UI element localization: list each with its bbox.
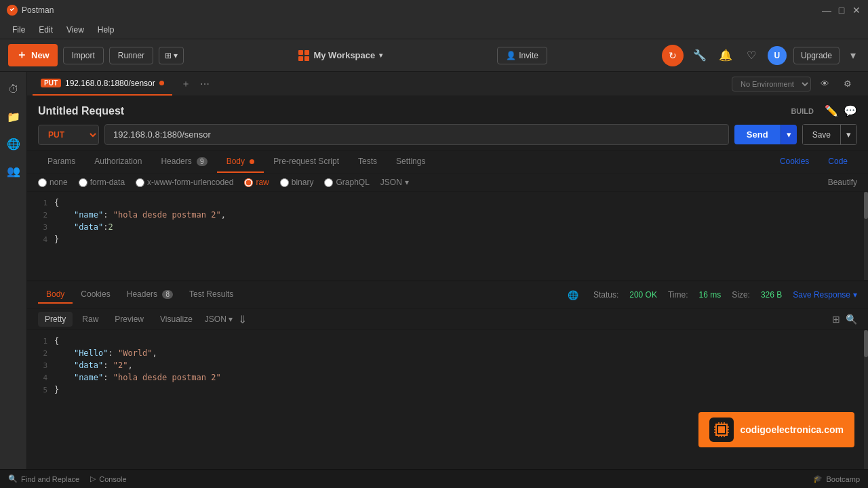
sidebar-history-icon[interactable]: ⏱	[1, 77, 26, 102]
globe-icon-button[interactable]: 🌐	[564, 285, 583, 304]
sidebar-environments-icon[interactable]: 🌐	[1, 131, 26, 156]
tab-body[interactable]: Body	[217, 151, 264, 173]
bootcamp-button[interactable]: 🎓 Bootcamp	[813, 474, 860, 483]
tab-settings[interactable]: Settings	[387, 151, 435, 173]
send-button[interactable]: Send	[734, 125, 781, 144]
resp-line-4: 4 "name": "hola desde postman 2"	[27, 372, 868, 384]
request-tab[interactable]: PUT 192.168.0.8:1880/sensor	[33, 72, 172, 96]
console-button[interactable]: ▷ Console	[90, 474, 126, 483]
option-urlencoded[interactable]: x-www-form-urlencoded	[136, 178, 233, 187]
workspace-selector[interactable]: My Workspace ▾	[298, 50, 382, 61]
resp-filter-button[interactable]: ⇓	[238, 313, 247, 326]
bootcamp-icon: 🎓	[813, 474, 823, 483]
tab-prerequest[interactable]: Pre-request Script	[264, 151, 349, 173]
menu-edit[interactable]: Edit	[33, 24, 58, 36]
tab-code[interactable]: Code	[818, 151, 857, 173]
save-dropdown-button[interactable]: ▾	[841, 124, 857, 145]
option-raw[interactable]: raw	[244, 178, 269, 187]
save-response-button[interactable]: Save Response ▾	[793, 290, 857, 300]
resp-subtab-pretty[interactable]: Pretty	[38, 312, 73, 327]
runner-button[interactable]: Runner	[109, 47, 153, 64]
eye-icon-button[interactable]: 👁	[815, 75, 834, 94]
edit-icon-button[interactable]: ✏️	[825, 104, 838, 117]
tab-authorization[interactable]: Authorization	[85, 151, 151, 173]
more-tabs-button[interactable]: ⋯	[197, 76, 213, 92]
menu-file[interactable]: File	[7, 24, 31, 36]
beautify-button[interactable]: Beautify	[828, 178, 857, 187]
heart-button[interactable]: ♡	[742, 46, 761, 65]
resp-copy-button[interactable]: ⊞	[832, 314, 840, 325]
resp-tab-test-results[interactable]: Test Results	[181, 286, 241, 304]
resp-search-button[interactable]: 🔍	[846, 314, 857, 325]
environment-selector[interactable]: No Environment	[732, 77, 811, 92]
window-controls[interactable]: — □ ✕	[822, 5, 861, 15]
svg-rect-2	[718, 426, 725, 433]
editor-scrollbar[interactable]	[864, 192, 868, 280]
send-dropdown-button[interactable]: ▾	[781, 125, 797, 144]
new-button[interactable]: ＋ New	[8, 44, 58, 66]
save-response-chevron: ▾	[853, 290, 857, 300]
close-button[interactable]: ✕	[852, 5, 861, 15]
notification-button[interactable]: 🔔	[716, 46, 735, 65]
maximize-button[interactable]: □	[837, 5, 846, 15]
titlebar: Postman — □ ✕	[0, 0, 868, 20]
console-icon: ▷	[90, 474, 96, 483]
sidebar-collections-icon[interactable]: 📁	[1, 104, 26, 129]
tab-tests[interactable]: Tests	[349, 151, 387, 173]
resp-tab-headers[interactable]: Headers 8	[119, 286, 181, 304]
option-binary[interactable]: binary	[280, 178, 314, 187]
menu-help[interactable]: Help	[92, 24, 120, 36]
postman-logo	[7, 5, 18, 16]
import-button[interactable]: Import	[63, 47, 104, 64]
resp-format-selector[interactable]: JSON ▾	[205, 314, 233, 324]
comment-icon-button[interactable]: 💬	[844, 104, 857, 117]
scrollbar-thumb	[864, 192, 868, 219]
chip-icon	[713, 422, 730, 438]
response-status-bar: 🌐 Status: 200 OK Time: 16 ms Size: 326 B…	[564, 285, 857, 304]
option-formdata[interactable]: form-data	[79, 178, 125, 187]
build-label: BUILD	[791, 107, 814, 115]
option-none[interactable]: none	[38, 178, 68, 187]
url-input[interactable]	[104, 124, 729, 145]
response-time: 16 ms	[699, 290, 722, 300]
upgrade-button[interactable]: Upgrade	[793, 47, 840, 64]
save-button[interactable]: Save	[802, 124, 841, 145]
save-button-group: Save ▾	[802, 124, 857, 145]
format-selector[interactable]: JSON ▾	[380, 178, 409, 187]
watermark: codigoelectronica.com	[698, 412, 854, 447]
tab-cookies[interactable]: Cookies	[770, 151, 818, 173]
resp-scrollbar[interactable]	[864, 330, 868, 469]
request-title-bar: Untitled Request BUILD ✏️ 💬	[38, 104, 857, 117]
new-tab-button[interactable]: ＋	[178, 76, 194, 92]
invite-button[interactable]: 👤 Invite	[497, 47, 547, 64]
unsaved-dot	[159, 81, 164, 85]
search-icon: 🔍	[8, 474, 18, 483]
option-graphql[interactable]: GraphQL	[324, 178, 369, 187]
request-body-editor[interactable]: 1 { 2 "name": "hola desde postman 2", 3 …	[27, 192, 868, 280]
person-icon: 👤	[506, 51, 516, 60]
tab-params[interactable]: Params	[38, 151, 85, 173]
layout-button[interactable]: ⊞ ▾	[159, 47, 184, 64]
upgrade-chevron[interactable]: ▾	[846, 46, 860, 65]
sidebar-team-icon[interactable]: 👥	[1, 159, 26, 183]
find-replace-button[interactable]: 🔍 Find and Replace	[8, 474, 79, 483]
resp-tab-body[interactable]: Body	[38, 286, 73, 304]
env-settings-button[interactable]: ⚙	[838, 75, 857, 94]
method-select[interactable]: PUT GET POST DELETE PATCH	[38, 125, 99, 145]
resp-line-3: 3 "data": "2",	[27, 360, 868, 372]
resp-subtab-preview[interactable]: Preview	[108, 312, 151, 327]
watermark-icon	[709, 418, 734, 442]
resp-subtab-raw[interactable]: Raw	[75, 312, 105, 327]
app-title: Postman	[7, 5, 54, 16]
resp-subtab-visualize[interactable]: Visualize	[153, 312, 199, 327]
url-bar: PUT GET POST DELETE PATCH Send ▾ Save ▾	[38, 124, 857, 145]
title-actions: BUILD ✏️ 💬	[791, 104, 857, 117]
resp-tab-cookies[interactable]: Cookies	[73, 286, 118, 304]
avatar[interactable]: U	[768, 46, 787, 65]
minimize-button[interactable]: —	[822, 5, 831, 15]
response-right-icons: ⊞ 🔍	[832, 314, 857, 325]
tab-headers[interactable]: Headers 9	[151, 151, 216, 173]
menu-view[interactable]: View	[61, 24, 90, 36]
settings-icon-button[interactable]: 🔧	[690, 46, 709, 65]
sync-button[interactable]: ↻	[662, 45, 684, 66]
